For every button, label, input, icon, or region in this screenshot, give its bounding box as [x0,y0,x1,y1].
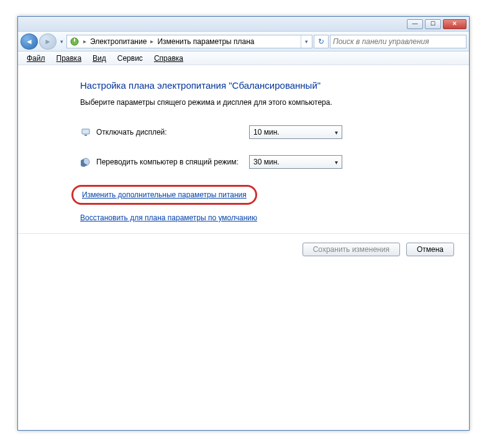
power-icon [70,37,80,47]
advanced-settings-link[interactable]: Изменить дополнительные параметры питани… [82,190,247,199]
row-sleep: Переводить компьютер в спящий режим: 30 … [18,155,469,169]
menu-view[interactable]: Вид [88,53,111,64]
page-subtitle: Выберите параметры спящего режима и дисп… [18,98,469,107]
sleep-dropdown[interactable]: 30 мин. [249,155,342,169]
svg-rect-1 [74,38,75,42]
separator [18,233,469,234]
maximize-button[interactable]: ☐ [425,19,441,29]
menu-edit[interactable]: Правка [52,53,87,64]
control-panel-window: — ☐ ✕ ◄ ► ▾ ▸ Электропитание ▸ Изменить … [17,16,470,431]
restore-row: Восстановить для плана параметры по умол… [18,213,469,222]
titlebar: — ☐ ✕ [18,17,469,32]
display-off-value: 10 мин. [253,128,280,137]
back-button[interactable]: ◄ [20,34,38,50]
moon-icon [80,156,91,168]
svg-rect-2 [82,129,89,134]
content-area: Настройка плана электропитания "Сбаланси… [18,65,469,256]
page-title: Настройка плана электропитания "Сбаланси… [18,80,469,91]
history-dropdown[interactable]: ▾ [58,35,65,48]
button-row: Сохранить изменения Отмена [18,243,469,256]
cancel-button[interactable]: Отмена [406,243,454,256]
restore-defaults-link[interactable]: Восстановить для плана параметры по умол… [80,213,257,222]
breadcrumb-root[interactable]: Электропитание [90,37,147,46]
svg-rect-3 [84,135,87,136]
row-display-off: Отключать дисплей: 10 мин. [18,125,469,139]
menu-service[interactable]: Сервис [112,53,148,64]
navbar: ◄ ► ▾ ▸ Электропитание ▸ Изменить параме… [18,32,469,52]
chevron-right-icon: ▸ [149,38,155,45]
display-off-label: Отключать дисплей: [96,128,249,137]
monitor-icon [80,127,91,138]
save-button[interactable]: Сохранить изменения [303,243,400,256]
search-input[interactable] [330,35,467,48]
forward-button[interactable]: ► [39,34,57,50]
minimize-button[interactable]: — [407,19,423,29]
refresh-button[interactable]: ↻ [314,35,329,48]
sleep-label: Переводить компьютер в спящий режим: [96,158,249,166]
chevron-right-icon: ▸ [82,38,88,45]
menubar: Файл Правка Вид Сервис Справка [18,52,469,65]
close-button[interactable]: ✕ [443,19,467,29]
breadcrumb-current[interactable]: Изменить параметры плана [157,37,254,46]
menu-help[interactable]: Справка [149,53,188,64]
breadcrumb-dropdown[interactable]: ▾ [301,35,312,48]
display-off-dropdown[interactable]: 10 мин. [249,125,342,139]
sleep-value: 30 мин. [253,158,280,166]
menu-file[interactable]: Файл [22,53,50,64]
breadcrumb[interactable]: ▸ Электропитание ▸ Изменить параметры пл… [66,35,312,48]
highlight-annotation: Изменить дополнительные параметры питани… [71,185,257,205]
